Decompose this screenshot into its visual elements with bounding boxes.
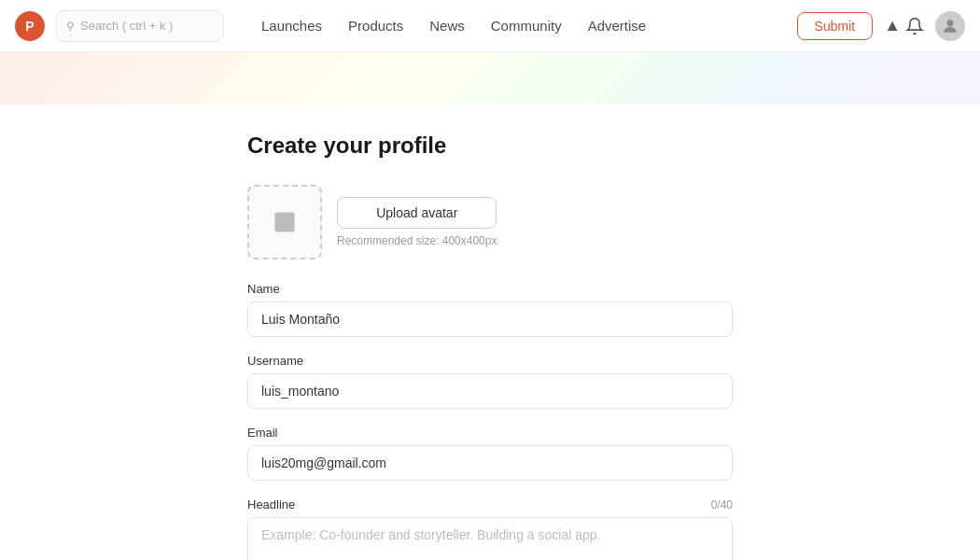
avatar-upload-col: Upload avatar Recommended size: 400x400p… (337, 197, 497, 247)
form-container: Create your profile Upload avatar Recomm… (247, 133, 733, 560)
nav-launches[interactable]: Launches (261, 18, 322, 34)
nav-community[interactable]: Community (491, 18, 562, 34)
avatar-section: Upload avatar Recommended size: 400x400p… (247, 185, 733, 259)
nav-advertise[interactable]: Advertise (588, 18, 647, 34)
svg-point-0 (947, 20, 954, 26)
email-input[interactable] (247, 445, 733, 481)
main-content: Create your profile Upload avatar Recomm… (0, 105, 980, 560)
search-box[interactable]: ⚲ Search ( ctrl + k ) (56, 10, 224, 42)
name-input[interactable] (247, 301, 733, 337)
logo[interactable]: P (15, 11, 45, 41)
hero-banner (0, 52, 980, 105)
username-input[interactable] (247, 373, 733, 409)
name-field-group: Name (247, 282, 733, 337)
username-label: Username (247, 354, 733, 368)
headline-field-group: Headline 0/40 (247, 497, 733, 560)
submit-button[interactable]: Submit (797, 12, 874, 40)
image-icon (272, 209, 298, 235)
headline-counter: 0/40 (711, 498, 733, 511)
user-avatar[interactable] (935, 11, 965, 41)
notification-bell-icon[interactable]: ▲ (884, 16, 924, 35)
search-placeholder-text: Search ( ctrl + k ) (80, 19, 173, 33)
search-icon: ⚲ (66, 20, 75, 33)
page-title: Create your profile (247, 133, 733, 159)
username-field-group: Username (247, 354, 733, 409)
nav-links: Launches Products News Community Adverti… (261, 18, 797, 34)
headline-header-row: Headline 0/40 (247, 497, 733, 511)
headline-input[interactable] (247, 517, 733, 560)
svg-point-2 (279, 217, 283, 220)
nav-news[interactable]: News (429, 18, 465, 34)
headline-label: Headline (247, 497, 295, 511)
name-label: Name (247, 282, 733, 296)
nav-actions: Submit ▲ (797, 11, 965, 41)
avatar-hint: Recommended size: 400x400px (337, 234, 497, 247)
navbar: P ⚲ Search ( ctrl + k ) Launches Product… (0, 0, 980, 52)
upload-avatar-button[interactable]: Upload avatar (337, 197, 497, 229)
email-label: Email (247, 426, 733, 440)
email-field-group: Email (247, 426, 733, 481)
avatar-placeholder (247, 185, 322, 259)
nav-products[interactable]: Products (348, 18, 403, 34)
